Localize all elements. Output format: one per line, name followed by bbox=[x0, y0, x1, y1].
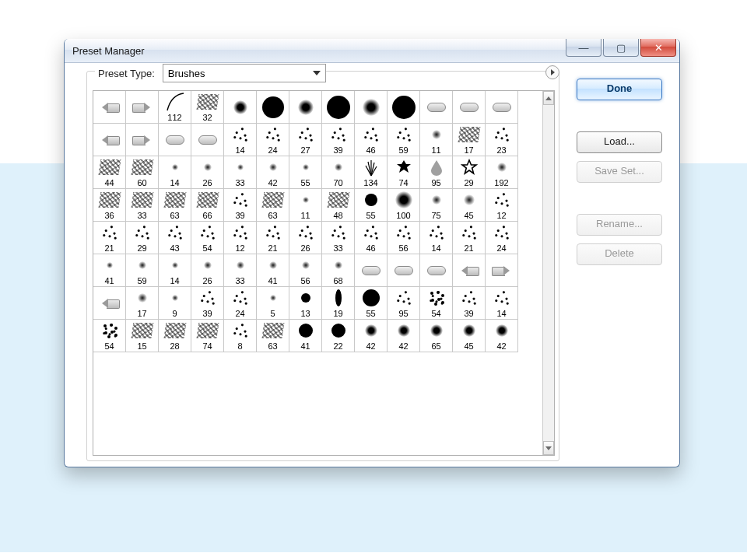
brush-cell[interactable]: 54 bbox=[191, 222, 224, 254]
rename-button[interactable]: Rename... bbox=[577, 214, 662, 236]
brush-cell[interactable] bbox=[420, 91, 453, 124]
brush-cell[interactable] bbox=[486, 91, 518, 124]
brush-cell[interactable]: 23 bbox=[486, 124, 518, 156]
brush-cell[interactable]: 74 bbox=[388, 156, 420, 189]
brush-cell[interactable]: 70 bbox=[322, 156, 355, 189]
scrollbar[interactable] bbox=[542, 91, 554, 455]
brush-cell[interactable]: 63 bbox=[257, 189, 289, 222]
brush-cell[interactable]: 11 bbox=[289, 189, 322, 222]
brush-cell[interactable]: 54 bbox=[420, 287, 453, 320]
brush-cell[interactable] bbox=[191, 124, 224, 156]
brush-cell[interactable] bbox=[126, 124, 159, 156]
brush-cell[interactable]: 63 bbox=[257, 320, 289, 352]
brush-cell[interactable]: 54 bbox=[93, 320, 126, 352]
flyout-menu-button[interactable] bbox=[545, 65, 559, 79]
brush-cell[interactable] bbox=[388, 254, 420, 287]
load-button[interactable]: Load... bbox=[577, 131, 662, 153]
brush-cell[interactable]: 55 bbox=[355, 189, 388, 222]
brush-cell[interactable]: 39 bbox=[453, 287, 486, 320]
brush-cell[interactable] bbox=[159, 124, 191, 156]
brush-cell[interactable]: 42 bbox=[388, 320, 420, 352]
brush-cell[interactable]: 42 bbox=[486, 320, 518, 352]
brush-cell[interactable]: 56 bbox=[388, 222, 420, 254]
brush-cell[interactable]: 29 bbox=[126, 222, 159, 254]
brush-cell[interactable]: 134 bbox=[355, 156, 388, 189]
brush-cell[interactable] bbox=[420, 254, 453, 287]
brush-cell[interactable]: 60 bbox=[126, 156, 159, 189]
brush-cell[interactable] bbox=[486, 254, 518, 287]
brush-cell[interactable] bbox=[453, 254, 486, 287]
brush-cell[interactable]: 74 bbox=[191, 320, 224, 352]
brush-cell[interactable] bbox=[257, 91, 289, 124]
brush-cell[interactable]: 14 bbox=[159, 156, 191, 189]
brush-cell[interactable]: 43 bbox=[159, 222, 191, 254]
brush-cell[interactable]: 42 bbox=[257, 156, 289, 189]
brush-cell[interactable]: 100 bbox=[388, 189, 420, 222]
brush-cell[interactable]: 55 bbox=[355, 287, 388, 320]
brush-cell[interactable] bbox=[289, 91, 322, 124]
brush-cell[interactable]: 65 bbox=[420, 320, 453, 352]
brush-cell[interactable] bbox=[224, 91, 257, 124]
scroll-up-button[interactable] bbox=[543, 91, 554, 105]
brush-cell[interactable]: 24 bbox=[486, 222, 518, 254]
brush-cell[interactable]: 39 bbox=[322, 124, 355, 156]
brush-cell[interactable]: 192 bbox=[486, 156, 518, 189]
brush-cell[interactable]: 5 bbox=[257, 287, 289, 320]
brush-cell[interactable]: 36 bbox=[93, 189, 126, 222]
brush-cell[interactable]: 41 bbox=[289, 320, 322, 352]
save-set-button[interactable]: Save Set... bbox=[577, 161, 662, 183]
brush-cell[interactable] bbox=[355, 254, 388, 287]
brush-cell[interactable]: 12 bbox=[224, 222, 257, 254]
brush-cell[interactable]: 45 bbox=[453, 189, 486, 222]
brush-cell[interactable]: 46 bbox=[355, 222, 388, 254]
brush-cell[interactable]: 41 bbox=[257, 254, 289, 287]
brush-cell[interactable]: 14 bbox=[159, 254, 191, 287]
brush-cell[interactable]: 112 bbox=[159, 91, 191, 124]
brush-cell[interactable]: 63 bbox=[159, 189, 191, 222]
brush-cell[interactable]: 8 bbox=[224, 320, 257, 352]
brush-cell[interactable]: 27 bbox=[289, 124, 322, 156]
brush-cell[interactable]: 75 bbox=[420, 189, 453, 222]
brush-cell[interactable]: 55 bbox=[289, 156, 322, 189]
brush-cell[interactable]: 11 bbox=[420, 124, 453, 156]
brush-cell[interactable]: 17 bbox=[126, 287, 159, 320]
brush-cell[interactable]: 13 bbox=[289, 287, 322, 320]
brush-cell[interactable]: 39 bbox=[224, 189, 257, 222]
brush-cell[interactable]: 59 bbox=[388, 124, 420, 156]
brush-cell[interactable]: 22 bbox=[322, 320, 355, 352]
brush-cell[interactable]: 15 bbox=[126, 320, 159, 352]
maximize-button[interactable]: ▢ bbox=[603, 39, 639, 57]
brush-cell[interactable]: 17 bbox=[453, 124, 486, 156]
brush-cell[interactable] bbox=[322, 91, 355, 124]
brush-cell[interactable]: 32 bbox=[191, 91, 224, 124]
brush-cell[interactable]: 24 bbox=[257, 124, 289, 156]
brush-cell[interactable] bbox=[93, 91, 126, 124]
brush-cell[interactable]: 48 bbox=[322, 189, 355, 222]
brush-cell[interactable]: 14 bbox=[224, 124, 257, 156]
brush-cell[interactable]: 56 bbox=[289, 254, 322, 287]
done-button[interactable]: Done bbox=[577, 79, 662, 100]
brush-cell[interactable]: 26 bbox=[191, 156, 224, 189]
brush-cell[interactable]: 9 bbox=[159, 287, 191, 320]
brush-cell[interactable]: 59 bbox=[126, 254, 159, 287]
brush-cell[interactable] bbox=[93, 287, 126, 320]
brush-cell[interactable]: 95 bbox=[420, 156, 453, 189]
brush-cell[interactable]: 26 bbox=[289, 222, 322, 254]
brush-cell[interactable]: 33 bbox=[126, 189, 159, 222]
preset-type-select[interactable]: Brushes bbox=[163, 64, 326, 82]
brush-cell[interactable]: 14 bbox=[420, 222, 453, 254]
brush-cell[interactable] bbox=[93, 124, 126, 156]
brush-cell[interactable] bbox=[388, 91, 420, 124]
brush-cell[interactable]: 41 bbox=[93, 254, 126, 287]
brush-cell[interactable]: 12 bbox=[486, 189, 518, 222]
brush-cell[interactable]: 21 bbox=[257, 222, 289, 254]
brush-cell[interactable]: 33 bbox=[224, 156, 257, 189]
brush-cell[interactable]: 95 bbox=[388, 287, 420, 320]
brush-cell[interactable]: 66 bbox=[191, 189, 224, 222]
delete-button[interactable]: Delete bbox=[577, 243, 662, 265]
brush-cell[interactable]: 28 bbox=[159, 320, 191, 352]
brush-cell[interactable]: 39 bbox=[191, 287, 224, 320]
brush-cell[interactable]: 14 bbox=[486, 287, 518, 320]
brush-cell[interactable]: 33 bbox=[224, 254, 257, 287]
brush-cell[interactable] bbox=[126, 91, 159, 124]
